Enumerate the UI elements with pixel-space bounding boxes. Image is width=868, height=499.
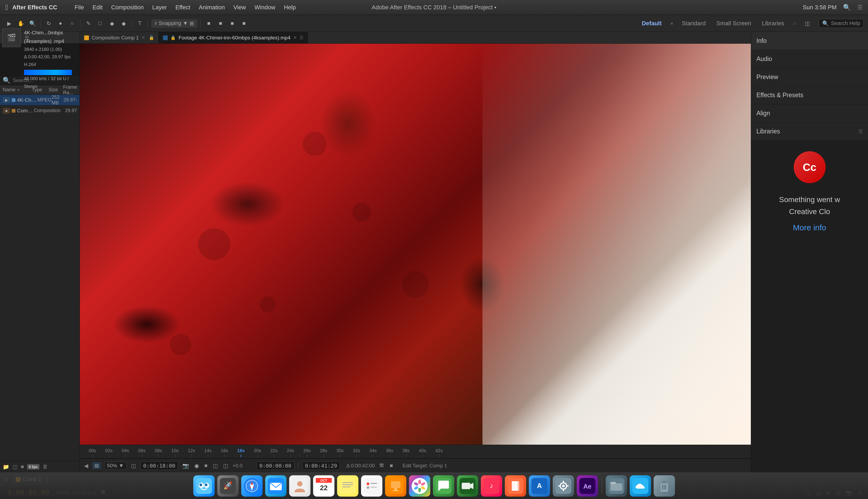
snap-dropdown[interactable]: ▼ [183,20,188,26]
tab-footage[interactable]: 🔒 Footage 4K-Chimei-inn-60mbps (4ksample… [159,32,307,44]
tab-comp1-close[interactable]: ✕ [142,35,145,40]
menu-animation[interactable]: Animation [199,4,225,11]
svg-rect-67 [558,485,560,486]
tab-footage-close[interactable]: ✕ [293,35,297,40]
distribute-btn[interactable]: ■ [216,19,225,28]
clone-btn[interactable]: ◆ [119,19,129,28]
dock-app-trash[interactable] [654,475,675,497]
region-btn[interactable]: ■ [389,461,394,470]
snap-checkbox[interactable]: ♯ Snapping ▼ ⊞ [151,19,197,28]
workspace-small-screen[interactable]: Small Screen [714,19,753,28]
dock-app-launchpad[interactable]: 🚀 [217,475,239,497]
panel-item-audio[interactable]: Audio [751,50,868,68]
film-icon: 🎬 [7,33,16,42]
menu-window[interactable]: Window [255,4,275,11]
svg-point-4 [352,203,371,221]
align-btn[interactable]: ■ [204,19,213,28]
dock-app-aftereffects[interactable]: Ae [577,475,598,497]
dock-app-calendar[interactable]: OCT 22 [313,475,334,497]
shape-tool-btn[interactable]: □ [95,19,105,28]
tab-comp1-locked[interactable]: 🔒 [149,35,154,40]
capture-btn[interactable]: 🛠 [378,461,386,470]
menu-layer[interactable]: Layer [152,4,167,11]
file-options-icon[interactable]: ▪ [75,98,77,102]
panel-item-effects[interactable]: Effects & Presets [751,86,868,105]
dock-app-contacts[interactable] [289,475,310,497]
snap-expand[interactable]: ⊞ [190,20,194,27]
ruler-mark-18[interactable]: 18s [233,448,249,457]
menu-file[interactable]: File [75,4,84,11]
dock-app-books[interactable] [505,475,526,497]
dock-app-photos[interactable] [409,475,430,497]
view-options3-btn[interactable]: ◫ [212,461,219,470]
view-options-btn[interactable]: ◫ [130,461,137,470]
view-color-btn[interactable]: ◉ [193,461,200,470]
help-search-label[interactable]: Search Help [831,20,860,26]
file-item-comp[interactable]: ■ Comp 1 Composition 29.97 [0,106,80,116]
dock-app-sysprefs[interactable] [553,475,574,497]
tab-comp1[interactable]: Composition Comp 1 ✕ 🔒 [80,32,159,44]
new-folder-icon[interactable]: 📁 [3,464,9,470]
dock-app-messages[interactable] [433,475,454,497]
menu-composition[interactable]: Composition [111,4,144,11]
menu-help[interactable]: Help [284,4,296,11]
file-type-comp: Composition [34,108,55,113]
paint-btn[interactable]: ◆ [107,19,117,28]
dock-app-ae-folder[interactable] [606,475,627,497]
timecode-in[interactable]: 0:00:00:00 [256,461,294,470]
dock-app-notes[interactable] [337,475,358,497]
spotlight-icon[interactable]: 🔍 [843,4,851,11]
apple-icon[interactable]:  [5,3,8,12]
dock-app-keynote[interactable] [385,475,406,497]
zoom-dropdown[interactable]: 50% ▼ [104,462,127,470]
view-options4-btn[interactable]: ◫ [222,461,229,470]
new-solid-icon[interactable]: ■ [21,464,24,470]
dock-app-appstore[interactable]: A [529,475,550,497]
text-tool-btn[interactable]: T [135,19,145,28]
panel-item-preview[interactable]: Preview [751,68,868,86]
workspace-libraries[interactable]: Libraries [760,19,786,28]
workspace-default[interactable]: Default [639,19,664,28]
new-comp-icon[interactable]: ◫ [13,464,17,470]
tab-footage-menu[interactable]: ☰ [299,35,303,40]
delete-icon[interactable]: 🗑 [42,464,48,470]
notification-icon[interactable]: ☰ [857,4,863,11]
dock-app-cloud[interactable] [630,475,651,497]
trim-btn[interactable]: ■ [228,19,237,28]
dock-app-safari[interactable] [241,475,262,497]
project-panel: Project ☰ 🎬 4K-Chim...0mbps (4ksamples) … [0,32,80,472]
compose-btn[interactable]: ■ [239,19,249,28]
camera-toggle-btn[interactable]: 📷 [181,461,190,470]
dock-app-reminders[interactable] [361,475,382,497]
menu-view[interactable]: View [233,4,246,11]
menu-effect[interactable]: Effect [175,4,191,11]
libraries-expand-icon[interactable]: ☰ [858,129,863,134]
ruler-mark-02: 02s [101,448,117,457]
panel-item-libraries[interactable]: Libraries ☰ [751,122,868,141]
dock-app-music[interactable]: ♪ [481,475,502,497]
file-name-comp: Comp 1 [17,108,34,114]
dock-app-mail[interactable] [265,475,286,497]
play-backward-btn[interactable]: ◀ [83,461,89,470]
snap-toggle-btn[interactable]: ▤ [93,462,101,469]
timecode-out[interactable]: 0:00:41:29 [302,461,340,470]
svg-rect-73 [611,482,616,484]
workspace-layout-btn[interactable]: ◫ [803,19,812,28]
timecode-duration: Δ 0:00:42:00 [346,463,375,468]
panel-item-info[interactable]: Info [751,32,868,50]
thumb-audio: 48.000 kHz / 32 bit U / Stereo [24,75,77,90]
svg-point-10 [205,484,207,486]
panel-item-align[interactable]: Align [751,105,868,122]
view-options2-btn[interactable]: ■ [203,461,208,470]
menu-edit[interactable]: Edit [93,4,102,11]
pen-tool-btn[interactable]: ✎ [84,19,93,28]
cc-more-info-link[interactable]: More info [756,223,863,232]
dock-app-facetime[interactable] [457,475,478,497]
workspace-standard[interactable]: Standard [680,19,708,28]
file-item-video[interactable]: ▶ 4K-Chim...mp4 MPEG 252 MB 29.97 ▪ [0,95,80,106]
timecode-display-current[interactable]: 0:00:18:00 [140,461,178,470]
help-search-box[interactable]: 🔍 Search Help [819,19,864,28]
dock-app-finder[interactable] [193,475,215,497]
tab-footage-locked: 🔒 [170,35,176,40]
cc-error-message: Something went wCreative Clo [756,194,863,218]
